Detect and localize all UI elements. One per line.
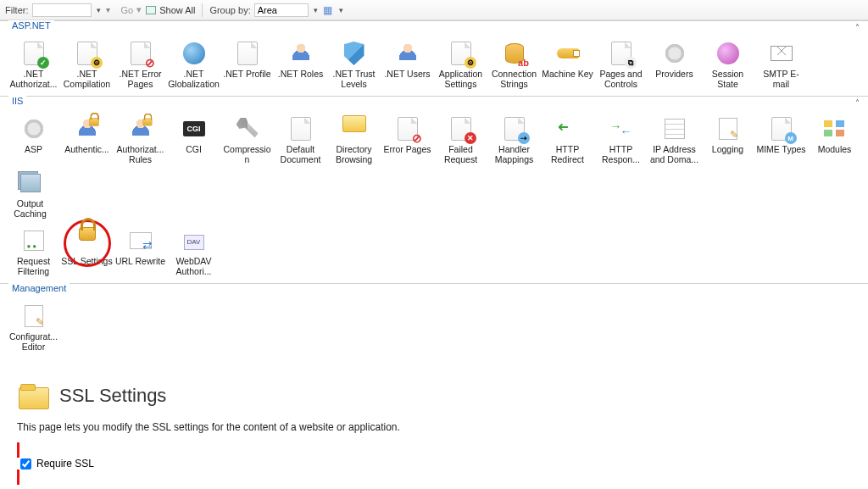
group-iis: IIS ˄ ASP Authentic... Authorizat... Rul…	[0, 96, 868, 283]
group-aspnet-label: ASP.NET	[8, 20, 54, 31]
feature-webdav-authoring[interactable]: DAVWebDAV Authori...	[167, 224, 220, 278]
feature-net-compilation[interactable]: ⚙.NET Compilation	[60, 36, 114, 91]
feature-authentication[interactable]: Authentic...	[60, 112, 114, 166]
require-ssl-checkbox[interactable]	[20, 458, 31, 470]
feature-output-caching[interactable]: Output Caching	[7, 166, 53, 220]
groupby-dropdown-icon[interactable]: ▾	[312, 6, 320, 14]
feature-machine-key[interactable]: Machine Key	[541, 36, 594, 91]
feature-net-users[interactable]: .NET Users	[381, 36, 434, 91]
view-mode-button[interactable]: ▾	[323, 4, 345, 16]
feature-net-error-pages[interactable]: ⊘.NET Error Pages	[114, 36, 167, 91]
feature-mime-types[interactable]: MMIME Types	[754, 112, 808, 166]
group-aspnet: ASP.NET ˄ ✓.NET Authorizat... ⚙.NET Comp…	[0, 20, 868, 96]
require-ssl-label: Require SSL	[36, 458, 94, 470]
filter-input[interactable]	[32, 3, 92, 17]
toolbar: Filter: ▾ Go ▾ Show All Group by: Area ▾…	[0, 0, 868, 20]
feature-providers[interactable]: Providers	[648, 36, 701, 91]
feature-http-response-headers[interactable]: HTTP Respon...	[594, 112, 648, 166]
feature-failed-request-tracing[interactable]: ✕Failed Request Tra...	[434, 112, 487, 166]
feature-url-rewrite[interactable]: URL Rewrite	[114, 224, 167, 278]
feature-handler-mappings[interactable]: ⇢Handler Mappings	[487, 112, 541, 166]
feature-asp[interactable]: ASP	[7, 112, 60, 166]
filter-dropdown-icon[interactable]: ▾	[95, 6, 103, 14]
view-grid-icon	[323, 4, 335, 16]
feature-net-trust-levels[interactable]: .NET Trust Levels	[327, 36, 381, 91]
groupby-label: Group by:	[209, 5, 250, 15]
go-button[interactable]: Go	[121, 5, 134, 15]
showall-icon	[145, 4, 157, 16]
group-management-label: Management	[8, 283, 70, 293]
filter-label: Filter:	[5, 5, 29, 15]
feature-directory-browsing[interactable]: Directory Browsing	[327, 112, 381, 166]
feature-configuration-editor[interactable]: Configurat... Editor	[7, 299, 60, 353]
feature-authorization-rules[interactable]: Authorizat... Rules	[114, 112, 167, 166]
feature-http-redirect[interactable]: HTTP Redirect	[541, 112, 594, 166]
feature-default-document[interactable]: Default Document	[274, 112, 327, 166]
feature-net-authorization[interactable]: ✓.NET Authorizat...	[7, 36, 60, 91]
collapse-aspnet-icon[interactable]: ˄	[855, 23, 860, 32]
feature-request-filtering[interactable]: Request Filtering	[7, 224, 60, 278]
feature-pages-and-controls[interactable]: ⧉Pages and Controls	[594, 36, 648, 91]
feature-net-profile[interactable]: .NET Profile	[220, 36, 274, 91]
folder-icon	[17, 382, 49, 409]
feature-session-state[interactable]: Session State	[701, 36, 754, 91]
highlight-box-annotation: Require SSL	[17, 442, 851, 485]
feature-ssl-settings[interactable]: SSL Settings	[60, 224, 114, 278]
page-title: SSL Settings	[59, 385, 166, 407]
pane-ssl-settings: SSL Settings This page lets you modify t…	[0, 358, 868, 489]
feature-net-globalization[interactable]: .NET Globalization	[167, 36, 220, 91]
feature-error-pages[interactable]: ⊘Error Pages	[381, 112, 434, 166]
feature-application-settings[interactable]: ⚙Application Settings	[434, 36, 487, 91]
show-all-button[interactable]: Show All	[145, 4, 195, 16]
feature-smtp-email[interactable]: SMTP E-mail	[754, 36, 808, 91]
feature-connection-strings[interactable]: abConnection Strings	[487, 36, 541, 91]
collapse-iis-icon[interactable]: ˄	[855, 98, 860, 108]
feature-net-roles[interactable]: .NET Roles	[274, 36, 327, 91]
group-iis-label: IIS	[8, 96, 26, 106]
feature-ip-address-and-domain[interactable]: IP Address and Doma...	[648, 112, 701, 166]
feature-cgi[interactable]: CGICGI	[167, 112, 220, 166]
feature-logging[interactable]: Logging	[701, 112, 754, 166]
groupby-select[interactable]: Area	[254, 3, 309, 17]
filter-icon	[106, 4, 118, 16]
feature-modules[interactable]: Modules	[808, 112, 861, 166]
feature-compression[interactable]: Compression	[220, 112, 274, 166]
show-all-label: Show All	[159, 5, 195, 15]
page-description: This page lets you modify the SSL settin…	[17, 421, 851, 433]
group-management: Management Configurat... Editor	[0, 283, 868, 358]
